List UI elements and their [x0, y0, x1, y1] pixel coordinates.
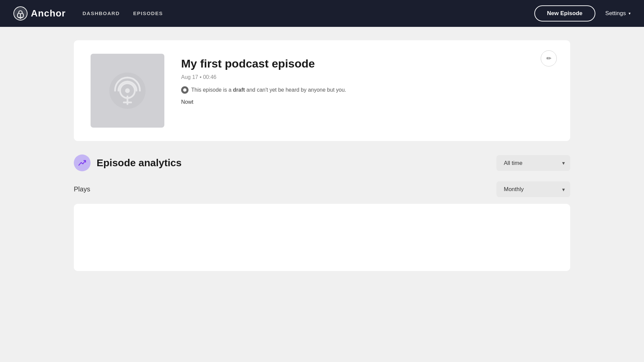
brand-name: Anchor [31, 8, 66, 19]
episode-card: My first podcast episode Aug 17 • 00:46 … [74, 40, 570, 141]
settings-button[interactable]: Settings ▾ [605, 10, 631, 17]
logo-container: Anchor [13, 6, 66, 20]
episode-description: Nowt [181, 99, 553, 105]
plays-filter-dropdown[interactable]: Monthly Weekly Daily [496, 181, 570, 197]
draft-prefix: This episode is a [191, 87, 233, 93]
plays-section: Plays Monthly Weekly Daily [74, 181, 570, 271]
time-filter-dropdown-wrapper: All time Last 7 days Last 30 days Last 3… [496, 155, 570, 171]
navbar-right: New Episode Settings ▾ [534, 5, 631, 21]
draft-suffix: and can't yet be heard by anyone but you… [245, 87, 346, 93]
navbar-left: Anchor DASHBOARD EPISODES [13, 6, 163, 20]
episode-meta: Aug 17 • 00:46 [181, 74, 553, 80]
anchor-logo-icon [13, 6, 28, 20]
plays-label: Plays [74, 185, 90, 193]
draft-notice-text: This episode is a draft and can't yet be… [191, 87, 346, 93]
analytics-section-title: Episode analytics [97, 157, 181, 169]
navbar: Anchor DASHBOARD EPISODES New Episode Se… [0, 0, 644, 27]
nav-item-dashboard[interactable]: DASHBOARD [83, 10, 120, 16]
podcast-icon [109, 72, 146, 109]
pencil-icon: ✏ [546, 55, 551, 62]
new-episode-button[interactable]: New Episode [534, 5, 595, 21]
episode-title: My first podcast episode [181, 57, 553, 70]
draft-word: draft [233, 87, 245, 93]
edit-episode-button[interactable]: ✏ [541, 50, 557, 66]
settings-chevron-icon: ▾ [629, 11, 631, 16]
episode-info: My first podcast episode Aug 17 • 00:46 … [181, 54, 553, 105]
nav-link-dashboard[interactable]: DASHBOARD [83, 10, 120, 16]
draft-lock-icon [181, 86, 189, 94]
analytics-section: Episode analytics All time Last 7 days L… [74, 154, 570, 271]
nav-links: DASHBOARD EPISODES [83, 10, 163, 16]
analytics-icon-wrapper [74, 154, 91, 171]
analytics-title-group: Episode analytics [74, 154, 181, 171]
nav-item-episodes[interactable]: EPISODES [133, 10, 163, 16]
analytics-header: Episode analytics All time Last 7 days L… [74, 154, 570, 171]
episode-draft-notice: This episode is a draft and can't yet be… [181, 86, 553, 94]
chart-icon [78, 159, 87, 167]
episode-thumbnail [91, 54, 164, 128]
plays-chart-area [74, 204, 570, 271]
plays-filter-dropdown-wrapper: Monthly Weekly Daily [496, 181, 570, 197]
time-filter-dropdown[interactable]: All time Last 7 days Last 30 days Last 3… [496, 155, 570, 171]
nav-link-episodes[interactable]: EPISODES [133, 10, 163, 16]
main-content: My first podcast episode Aug 17 • 00:46 … [0, 27, 644, 295]
plays-header: Plays Monthly Weekly Daily [74, 181, 570, 197]
settings-label: Settings [605, 10, 626, 17]
svg-point-5 [125, 88, 130, 93]
